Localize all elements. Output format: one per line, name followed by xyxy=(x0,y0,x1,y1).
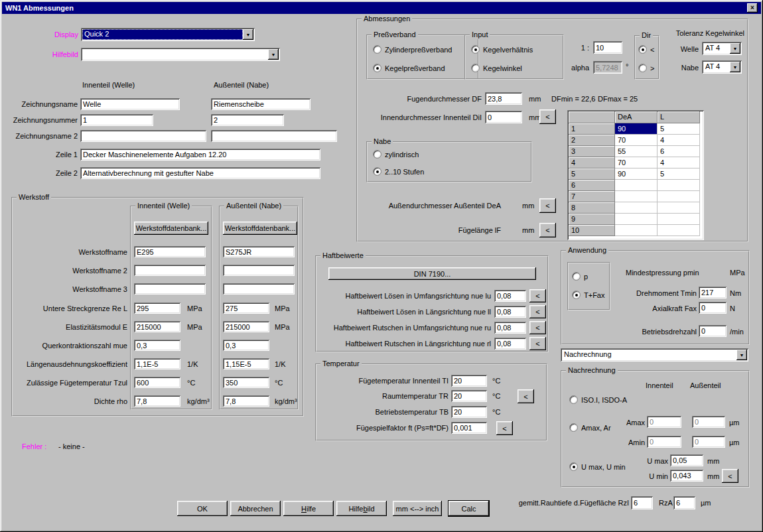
betriebstemperatur-input[interactable] xyxy=(451,406,487,418)
radio-t-fax[interactable]: T+Fax xyxy=(572,291,604,299)
nue-lu-input[interactable] xyxy=(494,290,526,302)
din7190-button[interactable]: DIN 7190... xyxy=(328,267,536,280)
zeichnungsnummer-outer-input[interactable] xyxy=(211,114,284,126)
fuegetemperatur-outer-input[interactable] xyxy=(223,377,269,388)
umin-input[interactable] xyxy=(670,470,703,482)
emodul-inner-input[interactable] xyxy=(134,321,180,332)
calc-button[interactable]: Calc xyxy=(448,500,490,517)
table-cell[interactable] xyxy=(615,214,658,225)
aussendurchmesser-apply-button[interactable]: < xyxy=(539,198,556,213)
table-cell[interactable] xyxy=(658,180,700,191)
kegel-ratio-input[interactable] xyxy=(593,41,622,54)
nue-ll-apply-button[interactable]: < xyxy=(529,305,546,318)
radio-kegelpressverband[interactable]: Kegelpreßverband xyxy=(373,64,445,72)
umax-input[interactable] xyxy=(670,454,703,466)
drehmoment-input[interactable] xyxy=(699,287,727,299)
chevron-down-icon[interactable]: ▼ xyxy=(268,49,279,60)
table-cell[interactable] xyxy=(658,225,700,236)
table-cell[interactable] xyxy=(615,180,658,191)
betriebsdrehzahl-input[interactable] xyxy=(699,325,727,337)
radio-stufen[interactable]: 2..10 Stufen xyxy=(373,167,424,176)
table-row-header[interactable]: 7 xyxy=(569,191,615,202)
innendurchmesser-input[interactable] xyxy=(485,111,522,123)
rzi-input[interactable] xyxy=(631,496,653,509)
table-cell[interactable] xyxy=(615,191,658,202)
table-row-header[interactable]: 3 xyxy=(569,146,615,157)
nue-rl-input[interactable] xyxy=(494,338,526,350)
radio-amax-ar[interactable]: Amax, Ar xyxy=(569,423,611,432)
innendurchmesser-apply-button[interactable]: < xyxy=(539,109,556,124)
chevron-down-icon[interactable]: ▼ xyxy=(730,62,740,72)
radio-kegelverhaeltnis[interactable]: Kegelverhältnis xyxy=(471,45,533,54)
table-cell[interactable]: 55 xyxy=(615,146,658,157)
table-row-header[interactable]: 2 xyxy=(569,135,615,146)
dichte-outer-input[interactable] xyxy=(223,395,269,407)
display-combobox[interactable]: Quick 2 ▼ xyxy=(81,28,255,41)
chevron-down-icon[interactable]: ▼ xyxy=(243,29,253,40)
dichte-inner-input[interactable] xyxy=(134,395,180,407)
streckgrenze-outer-input[interactable] xyxy=(223,302,269,314)
querkontraktion-inner-input[interactable] xyxy=(134,340,180,351)
title-bar[interactable]: WN1 Abmessungen × xyxy=(2,2,761,14)
laengenausdehnung-outer-input[interactable] xyxy=(223,358,269,369)
table-cell[interactable]: 70 xyxy=(615,135,658,146)
rza-input[interactable] xyxy=(673,496,695,509)
nue-ru-apply-button[interactable]: < xyxy=(529,321,546,334)
radio-p[interactable]: p xyxy=(572,272,588,281)
nue-ll-input[interactable] xyxy=(494,306,526,318)
radio-umax-umin[interactable]: U max, U min xyxy=(569,462,626,471)
werkstoffname2-inner-input[interactable] xyxy=(134,265,206,276)
table-row-header[interactable]: 6 xyxy=(569,180,615,191)
table-row-header[interactable]: 1 xyxy=(569,123,615,135)
table-cell[interactable]: 70 xyxy=(615,157,658,168)
zeichnungsname2-inner-input[interactable] xyxy=(80,130,206,142)
toleranz-nabe-combobox[interactable]: AT 4 ▼ xyxy=(702,60,742,74)
fugendurchmesser-input[interactable] xyxy=(485,92,522,105)
fuegespielfaktor-apply-button[interactable]: < xyxy=(496,421,513,435)
zeile1-input[interactable] xyxy=(80,149,320,161)
table-header-l[interactable]: L xyxy=(658,111,700,123)
table-cell[interactable]: 5 xyxy=(658,123,700,135)
table-cell[interactable]: 6 xyxy=(658,146,700,157)
table-cell[interactable]: 90 xyxy=(615,168,658,180)
fuegespielfaktor-input[interactable] xyxy=(451,422,487,434)
temperatur-apply-button[interactable]: < xyxy=(518,389,534,403)
radio-zylindrisch[interactable]: zylindrisch xyxy=(373,150,419,159)
table-cell-selected[interactable]: 90 xyxy=(615,123,658,135)
radio-dir-left[interactable]: < xyxy=(638,45,654,54)
emodul-outer-input[interactable] xyxy=(223,321,269,332)
table-row-header[interactable]: 5 xyxy=(569,168,615,180)
zeichnungsname-inner-input[interactable] xyxy=(80,98,180,110)
table-row-header[interactable]: 4 xyxy=(569,157,615,168)
help-button[interactable]: Hilfe xyxy=(283,501,334,516)
helpimage-button[interactable]: Hilfebild xyxy=(336,501,387,516)
werkstoffname3-inner-input[interactable] xyxy=(134,283,206,295)
zeile2-input[interactable] xyxy=(80,167,320,179)
ok-button[interactable]: OK xyxy=(177,501,228,516)
table-cell[interactable] xyxy=(658,191,700,202)
radio-dir-right[interactable]: > xyxy=(638,64,654,72)
werkstoffdatenbank-inner-button[interactable]: Werkstoffdatenbank... xyxy=(134,222,208,235)
berechnungsart-combobox[interactable]: Nachrechnung ▼ xyxy=(561,348,748,362)
table-cell[interactable]: 4 xyxy=(658,135,700,146)
table-cell[interactable]: 5 xyxy=(658,168,700,180)
mm-inch-button[interactable]: mm <--> inch xyxy=(393,501,442,516)
fuegetemperatur-ti-input[interactable] xyxy=(451,375,487,387)
werkstoffname-inner-input[interactable] xyxy=(134,246,206,257)
nue-lu-apply-button[interactable]: < xyxy=(529,289,546,302)
umin-apply-button[interactable]: < xyxy=(722,469,738,483)
table-cell[interactable]: 4 xyxy=(658,157,700,168)
table-cell[interactable] xyxy=(658,202,700,214)
zeichnungsnummer-inner-input[interactable] xyxy=(80,114,153,126)
toleranz-welle-combobox[interactable]: AT 4 ▼ xyxy=(702,42,742,55)
nue-rl-apply-button[interactable]: < xyxy=(529,337,546,350)
chevron-down-icon[interactable]: ▼ xyxy=(730,43,740,54)
nue-ru-input[interactable] xyxy=(494,322,526,334)
fuegelaenge-apply-button[interactable]: < xyxy=(539,223,556,237)
radio-iso[interactable]: ISO.I, ISDO-A xyxy=(569,395,627,404)
fuegetemperatur-inner-input[interactable] xyxy=(134,377,180,388)
zeichnungsname2-outer-input[interactable] xyxy=(211,130,337,142)
radio-zylinderpressverband[interactable]: Zylinderpreßverband xyxy=(373,45,452,54)
table-cell[interactable] xyxy=(658,214,700,225)
table-header-dea[interactable]: DeA xyxy=(615,111,658,123)
